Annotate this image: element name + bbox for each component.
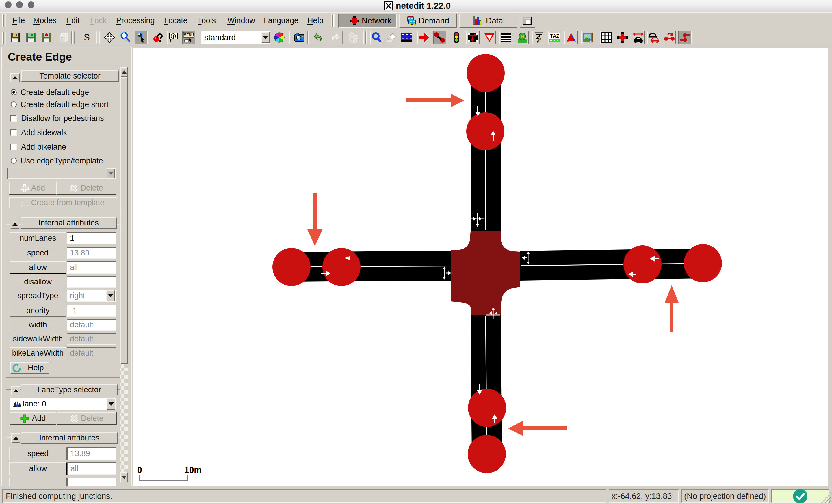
- svg-text:H: H: [521, 34, 524, 39]
- svg-text:MENU: MENU: [183, 33, 193, 37]
- svg-text:0: 0: [137, 465, 142, 475]
- svg-text:TAZ: TAZ: [550, 33, 559, 39]
- svg-text:10m: 10m: [184, 465, 202, 475]
